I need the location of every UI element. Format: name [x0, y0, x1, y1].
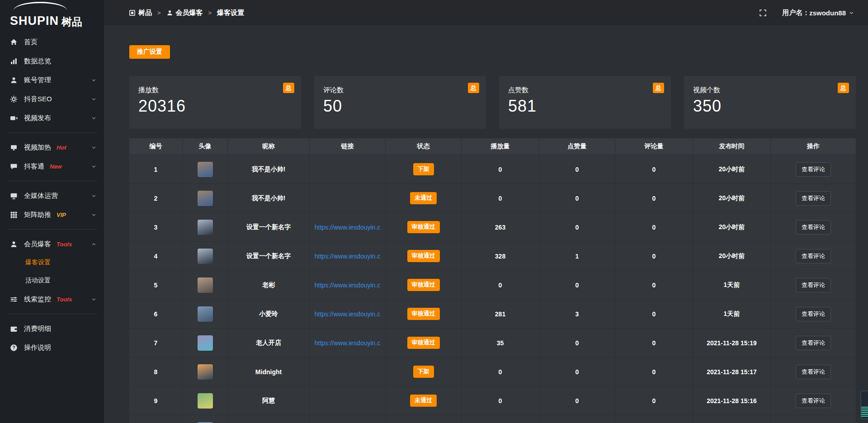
sidebar-item-all-media-operation[interactable]: 全媒体运营 [0, 186, 104, 205]
user-menu[interactable]: 用户名： zswodun88 [782, 9, 854, 17]
cell-plays: 0 [462, 270, 539, 299]
video-link[interactable]: https://www.iesdouyin.c [310, 224, 385, 231]
promo-settings-button[interactable]: 推广设置 [129, 45, 170, 59]
stat-card-value: 20316 [138, 97, 292, 116]
column-header: 头像 [183, 138, 228, 155]
avatar [198, 220, 213, 235]
cell-status: 未通过 [386, 386, 462, 415]
status-badge: 下架 [413, 366, 434, 378]
cell-likes: 0 [539, 155, 615, 183]
cell-likes: 3 [539, 299, 615, 328]
cell-id: 6 [129, 299, 183, 328]
cell-link-wrap: https://www.iesdouyin.c [310, 212, 386, 241]
cell-nickname: 设置一个新名字 [228, 212, 310, 241]
sidebar-item-data-overview[interactable]: 数据总览 [0, 52, 104, 70]
stat-card-total-badge: 总 [468, 83, 479, 93]
data-table: 编号头像昵称链接状态播放量点赞量评论量发布时间操作 1我不是小帅!下架00020… [129, 138, 856, 423]
user-icon [10, 240, 18, 248]
cell-id: 1 [129, 155, 183, 183]
status-badge: 审核通过 [407, 221, 440, 233]
view-comments-button[interactable]: 查看评论 [796, 394, 831, 408]
status-badge: 审核通过 [407, 337, 440, 349]
cell-status: 审核通过 [386, 270, 462, 299]
cell-publish-time: 2021-11-28 15:19 [693, 328, 771, 357]
cell-comments: 0 [615, 357, 693, 386]
sidebar-item-label: 视频加热 [24, 143, 51, 152]
sidebar-item-operation-guide[interactable]: ?操作说明 [0, 338, 104, 357]
sidebar-item-home[interactable]: 首页 [0, 33, 104, 52]
cell-avatar [183, 183, 228, 212]
cell-publish-time: 1天前 [693, 270, 771, 299]
cell-actions: 查看评论 [771, 155, 856, 183]
video-link[interactable]: https://www.iesdouyin.c [310, 282, 385, 289]
cell-likes: 0 [539, 212, 615, 241]
avatar [198, 364, 213, 380]
brand-logo[interactable]: SHUPIN 树品 [0, 0, 104, 28]
topbar: 树品>会员爆客>爆客设置 用户名： zswodun88 [104, 0, 868, 26]
chevron-down-icon [91, 296, 97, 302]
cell-comments: 0 [615, 328, 693, 357]
cell-plays: 35 [462, 328, 539, 357]
sidebar-item-video-heat[interactable]: 视频加热Hot [0, 138, 104, 157]
cell-id: 5 [129, 270, 183, 299]
sidebar-item-account-management[interactable]: 账号管理 [0, 70, 104, 89]
view-comments-button[interactable]: 查看评论 [796, 336, 831, 350]
sidebar-item-badge: Hot [57, 144, 66, 151]
table-header-row: 编号头像昵称链接状态播放量点赞量评论量发布时间操作 [129, 138, 856, 155]
view-comments-button[interactable]: 查看评论 [796, 249, 831, 263]
avatar [198, 306, 213, 322]
view-comments-button[interactable]: 查看评论 [796, 365, 831, 379]
cell-actions: 查看评论 [771, 299, 856, 328]
sidebar-item-douketong[interactable]: 抖客通New [0, 157, 104, 176]
fullscreen-icon[interactable] [759, 9, 767, 17]
video-link[interactable]: https://www.iesdouyin.c [310, 253, 385, 260]
status-badge: 下架 [413, 163, 434, 175]
table-row: 7老人开店https://www.iesdouyin.c审核通过35002021… [129, 328, 856, 357]
stat-card-total-badge: 总 [283, 83, 294, 93]
sidebar-subitem-baoke-settings[interactable]: 爆客设置 [0, 254, 104, 272]
username-label: 用户名： [782, 9, 809, 17]
sidebar-subitem-activity-settings[interactable]: 活动设置 [0, 272, 104, 290]
sidebar-item-douyin-seo[interactable]: 抖音SEO [0, 89, 104, 108]
cell-plays: 263 [462, 212, 539, 241]
stat-card: 点赞数581总 [499, 76, 671, 129]
view-comments-button[interactable]: 查看评论 [796, 220, 831, 235]
cell-nickname: 小爱玲 [228, 299, 310, 328]
avatar [198, 249, 213, 264]
column-header: 播放量 [462, 138, 539, 155]
column-header: 昵称 [228, 138, 310, 155]
cell-nickname: 我不是小帅! [228, 155, 310, 183]
sidebar-item-video-publish[interactable]: 视频发布 [0, 108, 104, 127]
view-comments-button[interactable]: 查看评论 [796, 307, 831, 321]
sidebar-item-member-baoke[interactable]: 会员爆客Tools [0, 235, 104, 254]
sidebar-item-label: 数据总览 [24, 57, 51, 66]
view-comments-button[interactable]: 查看评论 [796, 278, 831, 292]
chevron-up-icon [91, 241, 97, 247]
view-comments-button[interactable]: 查看评论 [796, 162, 831, 177]
breadcrumb-label: 爆客设置 [217, 9, 244, 17]
cell-id: 9 [129, 386, 183, 415]
view-comments-button[interactable]: 查看评论 [796, 191, 831, 206]
breadcrumb-item-member-baoke[interactable]: 会员爆客 [166, 9, 203, 17]
chevron-down-icon [91, 164, 97, 169]
cell-id: 4 [129, 241, 183, 270]
chevron-down-icon [91, 212, 97, 218]
video-link[interactable]: https://www.iesdouyin.c [310, 310, 385, 318]
grid-icon [10, 211, 18, 219]
cell-likes: 0 [539, 183, 615, 212]
username-value: zswodun88 [809, 9, 846, 17]
sidebar-item-matrix-boost[interactable]: 矩阵助推VIP [0, 205, 104, 224]
sidebar-item-clue-monitor[interactable]: 线索监控Tools [0, 290, 104, 309]
cell-link-wrap [310, 357, 386, 386]
app: SHUPIN 树品 首页数据总览账号管理抖音SEO视频发布视频加热Hot抖客通N… [0, 0, 868, 423]
floating-widget[interactable] [860, 390, 868, 419]
cell-status: 审核通过 [386, 299, 462, 328]
breadcrumb-item-shupin[interactable]: 树品 [129, 9, 152, 17]
chevron-down-icon [91, 96, 97, 102]
video-link[interactable]: https://www.iesdouyin.c [310, 339, 385, 347]
cell-plays [462, 415, 539, 423]
sidebar-item-label: 抖客通 [24, 162, 44, 171]
sidebar-item-consumption-detail[interactable]: 消费明细 [0, 319, 104, 338]
table-row [129, 415, 856, 423]
sidebar-item-badge: VIP [57, 212, 66, 218]
